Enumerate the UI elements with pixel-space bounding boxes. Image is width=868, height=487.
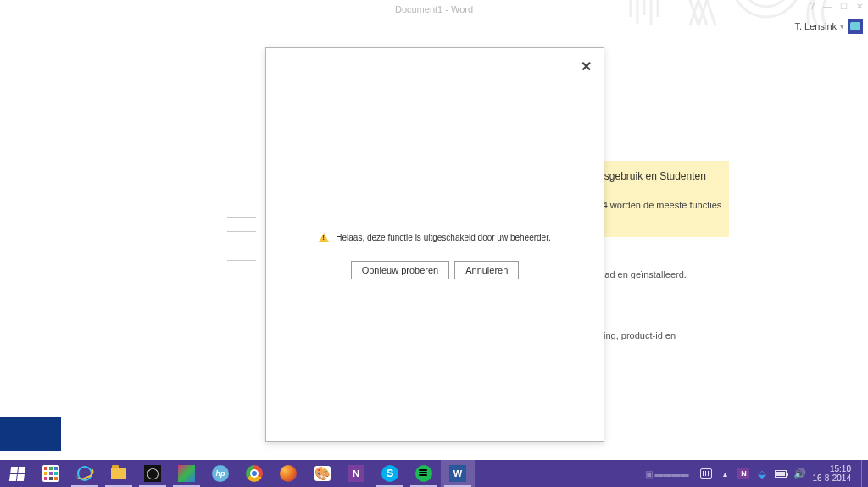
sidebar-fragment <box>0 417 61 451</box>
spotify-icon <box>415 465 432 482</box>
paint-icon: 🎨 <box>314 466 331 481</box>
clock-date: 16-8-2014 <box>812 473 851 484</box>
color-app-icon <box>178 465 195 482</box>
retry-button[interactable]: Opnieuw proberen <box>351 261 450 279</box>
taskbar-paint[interactable]: 🎨 <box>305 460 339 487</box>
ie-icon <box>77 466 92 481</box>
minimize-icon[interactable]: — <box>823 2 832 11</box>
folder-icon <box>111 468 126 479</box>
taskbar-app-dark[interactable]: ◯ <box>136 460 170 487</box>
tray-onenote-icon[interactable]: N <box>737 468 749 479</box>
window-title: Document1 - Word <box>0 4 868 14</box>
show-desktop-button[interactable] <box>861 460 866 487</box>
keyboard-icon[interactable] <box>700 468 712 479</box>
battery-icon[interactable] <box>775 468 787 479</box>
ruler-marks <box>227 217 256 261</box>
tray-dim-item[interactable]: ▣ ▬▬▬▬ <box>640 469 694 479</box>
onenote-icon: N <box>348 465 364 482</box>
avatar <box>848 19 863 34</box>
hp-icon: hp <box>212 465 229 482</box>
skype-icon: S <box>381 465 398 482</box>
user-area[interactable]: T. Lensink ▾ <box>794 19 863 34</box>
window-controls: ? — ☐ ✕ <box>810 2 863 11</box>
taskbar-explorer[interactable] <box>102 460 136 487</box>
taskbar-word[interactable]: W <box>441 460 475 487</box>
tray-chevron-up-icon[interactable]: ▴ <box>719 468 731 479</box>
close-icon[interactable]: ✕ <box>581 58 592 75</box>
error-dialog: ✕ Helaas, deze functie is uitgeschakeld … <box>265 47 604 442</box>
speaker-icon[interactable]: 🔊 <box>793 468 805 479</box>
taskbar-chrome[interactable] <box>237 460 271 487</box>
user-menu-chevron-icon: ▾ <box>840 22 844 30</box>
close-window-icon[interactable]: ✕ <box>856 2 863 11</box>
word-icon: W <box>449 465 466 482</box>
taskbar-skype[interactable]: S <box>373 460 407 487</box>
taskbar-spotify[interactable] <box>407 460 441 487</box>
taskbar-ie[interactable] <box>68 460 102 487</box>
apps-button[interactable] <box>34 460 68 487</box>
firefox-icon <box>280 465 297 482</box>
user-name: T. Lensink <box>794 21 837 31</box>
taskbar-hp[interactable]: hp <box>203 460 237 487</box>
help-icon[interactable]: ? <box>810 2 815 11</box>
taskbar-app-color[interactable] <box>170 460 203 487</box>
start-button[interactable] <box>0 460 34 487</box>
error-message: Helaas, deze functie is uitgeschakeld do… <box>336 233 551 242</box>
taskbar-onenote[interactable]: N <box>339 460 373 487</box>
maximize-icon[interactable]: ☐ <box>840 2 848 11</box>
taskbar-firefox[interactable] <box>271 460 305 487</box>
taskbar: ◯ hp 🎨 N S W ▣ ▬▬▬▬ ▴ N ⬙ 🔊 15:10 16-8-2… <box>0 460 868 487</box>
clock[interactable]: 15:10 16-8-2014 <box>812 464 854 484</box>
clock-time: 15:10 <box>812 464 851 474</box>
chrome-icon <box>246 465 263 482</box>
dropbox-icon[interactable]: ⬙ <box>756 468 768 479</box>
cancel-button[interactable]: Annuleren <box>454 261 519 279</box>
camera-icon: ◯ <box>144 465 161 482</box>
warning-icon <box>319 233 329 242</box>
